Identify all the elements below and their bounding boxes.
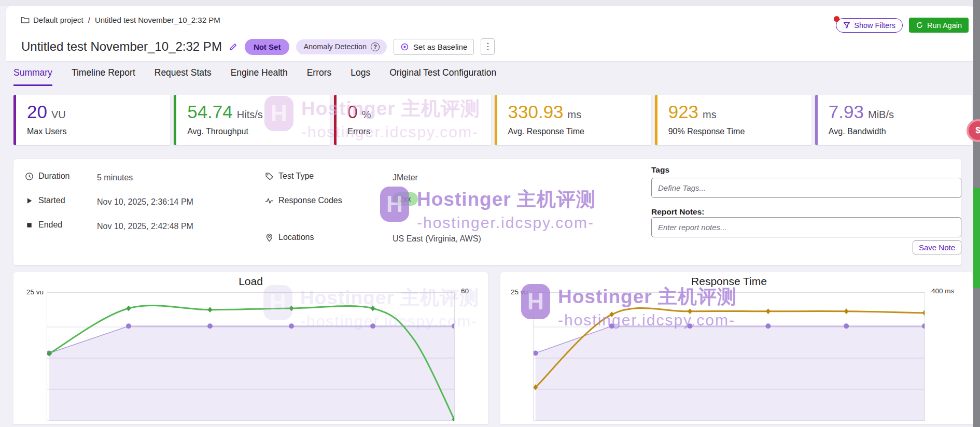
test-type-row: Test Type — [265, 172, 314, 181]
status-badge-not-set: Not Set — [245, 39, 290, 55]
kpi-unit: MiB/s — [868, 109, 894, 120]
kpi-unit: Hits/s — [237, 109, 263, 120]
tags-label: Tags — [651, 165, 669, 175]
save-note-button[interactable]: Save Note — [913, 240, 961, 254]
anomaly-detection-label: Anomaly Detection — [303, 42, 367, 51]
kpi-card-avg-throughput: 54.74Hits/s Avg. Throughput — [174, 95, 330, 145]
kpi-card-avg-bandwidth: 7.93MiB/s Avg. Bandwidth — [815, 95, 972, 145]
kpi-card-max-users: 20VU Max Users — [13, 95, 170, 145]
tab-timeline-report[interactable]: Timeline Report — [72, 67, 135, 86]
run-again-button[interactable]: Run Again — [909, 18, 969, 33]
set-as-baseline-button[interactable]: Set as Baseline — [394, 39, 474, 55]
status-code-2xx-badge: 2xx — [393, 192, 418, 206]
report-notes-input[interactable] — [651, 217, 961, 237]
kpi-unit: % — [362, 109, 371, 120]
duration-label: Duration — [38, 172, 69, 181]
kpi-value: 20 — [27, 102, 47, 122]
load-chart-title: Load — [47, 275, 455, 288]
tags-notes-column: Tags Report Notes: Save Note — [651, 159, 961, 265]
kpi-value: 923 — [668, 102, 698, 122]
kpi-unit: VU — [51, 109, 66, 120]
response-right-axis-label: 400 ms — [931, 287, 954, 295]
set-as-baseline-label: Set as Baseline — [413, 42, 467, 51]
filter-funnel-icon — [843, 22, 850, 29]
report-notes-label: Report Notes: — [651, 207, 704, 217]
locations-label: Locations — [278, 233, 314, 242]
help-icon[interactable]: ? — [371, 42, 380, 51]
kpi-card-avg-response-time: 330.93ms Avg. Response Time — [495, 95, 651, 145]
folder-icon — [21, 16, 30, 24]
test-type-label: Test Type — [278, 172, 314, 181]
kpi-label: Avg. Throughput — [187, 127, 330, 136]
kpi-label: Avg. Response Time — [508, 127, 651, 136]
more-options-button[interactable]: ⋮ — [481, 38, 495, 55]
breadcrumb: Default project / Untitled test November… — [21, 16, 220, 24]
tab-engine-health[interactable]: Engine Health — [231, 67, 288, 86]
load-right-axis-label: 60 — [461, 287, 469, 295]
duration-row: Duration — [25, 172, 69, 181]
test-type-value: JMeter — [393, 173, 418, 182]
kpi-label: 90% Response Time — [668, 127, 811, 136]
response-time-chart-panel: Response Time 25 vu 400 ms — [500, 272, 974, 424]
scrollbar-marker — [973, 188, 980, 288]
location-pin-icon — [265, 233, 274, 242]
locations-row: Locations — [265, 233, 314, 242]
tag-icon — [265, 172, 274, 181]
top-strip — [0, 0, 980, 6]
kpi-unit: ms — [568, 109, 582, 120]
started-value: Nov 10, 2025, 2:36:14 PM — [97, 197, 193, 207]
stop-icon — [25, 221, 34, 230]
anomaly-detection-badge: Anomaly Detection ? — [296, 39, 387, 54]
locations-value: US East (Virginia, AWS) — [393, 234, 481, 244]
show-filters-label: Show Filters — [854, 21, 895, 30]
response-time-chart-title: Response Time — [533, 275, 925, 288]
kpi-value: 0 — [347, 102, 357, 122]
kpi-label: Errors — [347, 127, 491, 136]
response-left-axis-label: 25 vu — [505, 288, 528, 296]
started-label: Started — [38, 196, 65, 205]
kpi-unit: ms — [703, 109, 717, 120]
kpi-value: 54.74 — [187, 102, 233, 122]
tab-original-test-configuration[interactable]: Original Test Configuration — [389, 67, 496, 86]
breadcrumb-separator: / — [87, 16, 91, 24]
tab-errors[interactable]: Errors — [307, 67, 332, 86]
ended-label: Ended — [38, 220, 62, 230]
ended-row: Ended — [25, 220, 62, 230]
response-codes-value: 2xx — [393, 192, 418, 206]
tags-input[interactable] — [651, 178, 961, 198]
kpi-value: 7.93 — [829, 102, 864, 122]
header-panel: Default project / Untitled test November… — [6, 6, 974, 61]
activity-pulse-icon — [265, 196, 274, 205]
tab-summary[interactable]: Summary — [13, 67, 52, 86]
dollar-icon: $ — [975, 125, 980, 136]
load-chart-plot[interactable] — [47, 292, 455, 421]
kpi-label: Avg. Bandwidth — [829, 127, 972, 136]
duration-value: 5 minutes — [97, 173, 133, 182]
load-chart-panel: Load 25 vu 60 — [13, 272, 488, 424]
tab-request-stats[interactable]: Request Stats — [155, 67, 212, 86]
tab-logs[interactable]: Logs — [351, 67, 370, 86]
breadcrumb-current: Untitled test November_10_2:32 PM — [95, 16, 220, 24]
response-time-chart-plot[interactable] — [533, 292, 925, 421]
kpi-value: 330.93 — [508, 102, 564, 122]
clock-icon — [25, 172, 34, 181]
run-again-label: Run Again — [927, 21, 962, 30]
ended-value: Nov 10, 2025, 2:42:48 PM — [97, 222, 193, 231]
kpi-label: Max Users — [27, 127, 170, 136]
started-row: Started — [25, 196, 65, 205]
edit-title-pencil-icon[interactable] — [229, 42, 238, 51]
baseline-target-icon — [400, 42, 409, 51]
response-codes-row: Response Codes — [265, 196, 342, 205]
response-codes-label: Response Codes — [278, 196, 342, 205]
kpi-card-errors: 0% Errors — [334, 95, 491, 145]
tab-bar: Summary Timeline Report Request Stats En… — [13, 67, 496, 86]
kpi-cards-row: 20VU Max Users 54.74Hits/s Avg. Throughp… — [13, 95, 972, 145]
page-title: Untitled test November_10_2:32 PM — [21, 39, 222, 54]
test-details-panel: Duration 5 minutes Started Nov 10, 2025,… — [13, 159, 961, 265]
breadcrumb-project[interactable]: Default project — [33, 16, 83, 24]
load-left-axis-label: 25 vu — [21, 288, 44, 296]
play-icon — [25, 196, 34, 205]
refresh-icon — [916, 21, 923, 29]
show-filters-button[interactable]: Show Filters — [836, 18, 903, 33]
kpi-card-90-response-time: 923ms 90% Response Time — [655, 95, 811, 145]
